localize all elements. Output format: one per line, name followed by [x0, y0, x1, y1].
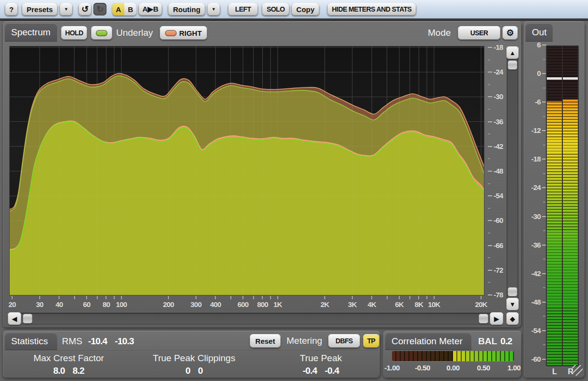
correlation-scale-label: 1.00 — [507, 364, 520, 372]
chevron-down-icon: ▼ — [64, 7, 68, 12]
reset-statistics-button[interactable]: Reset — [250, 334, 281, 348]
tab-out[interactable]: Out — [526, 23, 553, 42]
correlation-scale-label: -1.00 — [384, 364, 400, 372]
db-tick-minor — [488, 133, 490, 134]
freq-tick — [481, 296, 482, 299]
hold-button[interactable]: HOLD — [61, 26, 87, 40]
vertical-scrollbar-track[interactable] — [507, 46, 518, 310]
freq-tick-label: 4K — [367, 300, 376, 308]
horizontal-zoom-handle-left[interactable] — [23, 314, 32, 323]
right-underlay-button[interactable]: RIGHT — [160, 26, 207, 40]
db-tick-label: -36 — [494, 117, 503, 125]
redo-icon: ↻ — [96, 5, 104, 14]
db-tick — [488, 146, 492, 147]
ab-b-button[interactable]: B — [124, 3, 136, 15]
freq-tick-label: 30 — [36, 300, 43, 308]
rms-label: RMS — [62, 334, 82, 349]
mode-settings-button[interactable]: ⚙ — [502, 26, 518, 40]
metering-dbfs-button[interactable]: DBFS — [328, 334, 360, 348]
scroll-left-button[interactable]: ◀ — [8, 312, 21, 325]
tab-spectrum[interactable]: Spectrum — [5, 23, 57, 42]
copy-button[interactable]: Copy — [291, 3, 319, 15]
correlation-meter-panel: Correlation Meter BAL 0.2 -1.00-0.500.00… — [383, 331, 522, 378]
horizontal-scrollbar-track[interactable] — [8, 313, 503, 324]
a-to-b-copy-button[interactable]: A▶B — [138, 3, 162, 15]
vertical-zoom-handle-top[interactable] — [508, 60, 517, 70]
out-tick-minor — [543, 259, 545, 260]
freq-tick — [352, 296, 353, 299]
db-tick-label: -54 — [494, 191, 503, 200]
ab-a-button[interactable]: A — [112, 3, 124, 15]
freq-tick-label: 80 — [103, 300, 110, 308]
freq-tick — [324, 296, 325, 299]
scroll-up-button[interactable]: ▲ — [506, 46, 519, 59]
scroll-down-button[interactable]: ▼ — [506, 298, 519, 310]
db-tick-label: -18 — [494, 43, 503, 51]
mode-select-button[interactable]: USER — [458, 26, 500, 40]
freq-tick — [418, 296, 419, 299]
meter-segments-overlay — [563, 46, 578, 365]
redo-button[interactable]: ↻ — [93, 3, 106, 15]
freq-tick — [253, 296, 254, 299]
out-tick-minor — [543, 202, 545, 203]
correlation-scale: -1.00-0.500.000.501.00 — [392, 364, 514, 373]
db-tick-minor — [488, 282, 490, 283]
scroll-right-button[interactable]: ▶ — [490, 312, 503, 325]
db-tick-label: -30 — [494, 92, 503, 101]
freq-tick — [242, 296, 243, 299]
out-tick — [542, 44, 546, 45]
out-tick-label: -54 — [531, 326, 541, 335]
vertical-zoom-handle-bottom[interactable] — [508, 287, 517, 296]
horizontal-zoom-handle-right[interactable] — [479, 314, 488, 323]
out-tick-label: -42 — [531, 269, 541, 277]
down-arrow-icon: ▼ — [510, 301, 516, 308]
freq-tick — [12, 296, 13, 299]
freq-tick-label: 600 — [238, 300, 249, 308]
bal-label: BAL — [478, 335, 497, 348]
out-tick-label: -48 — [531, 297, 541, 306]
spectrum-panel: Spectrum HOLD Underlay RIGHT Mode USER ⚙… — [3, 21, 522, 328]
meter-column-right — [563, 46, 578, 365]
resize-grip[interactable] — [572, 365, 583, 376]
out-meter-scale: 60-6-12-18-24-30-36-42-48-54-60 — [526, 44, 547, 370]
right-channel-swatch-icon — [165, 30, 177, 36]
zoom-reset-button[interactable]: ◆ — [506, 312, 519, 325]
true-peak-stat: True Peak -0.4-0.4 — [300, 353, 342, 376]
out-tick-label: -12 — [531, 126, 541, 134]
out-level-meter[interactable] — [546, 45, 579, 366]
db-tick-label: -66 — [494, 241, 503, 249]
freq-tick — [121, 296, 122, 299]
metering-tp-button[interactable]: TP — [363, 334, 379, 348]
tab-correlation-meter[interactable]: Correlation Meter — [385, 333, 471, 350]
freq-tick — [168, 296, 169, 299]
rt-spectrum-left-fill — [10, 122, 484, 295]
freq-tick — [371, 296, 372, 299]
db-tick-label: -72 — [494, 265, 503, 274]
freq-tick-label: 60 — [83, 300, 90, 308]
db-tick — [488, 245, 492, 246]
underlay-left-color-button[interactable] — [91, 26, 112, 40]
freq-tick-label: 400 — [210, 300, 221, 308]
help-button[interactable]: ? — [5, 3, 18, 15]
routing-dropdown-button[interactable]: ▼ — [207, 3, 220, 15]
left-channel-button[interactable]: LEFT — [228, 3, 258, 15]
routing-button[interactable]: Routing — [168, 3, 205, 15]
output-meter-panel: Out 60-6-12-18-24-30-36-42-48-54-60 L R — [524, 21, 585, 378]
presets-button[interactable]: Presets — [22, 3, 58, 15]
vertical-zoom-scrollbar: ▲ ▼ — [506, 46, 519, 313]
freq-tick-label: 1K — [273, 300, 282, 308]
hide-meters-and-stats-button[interactable]: HIDE METERS AND STATS — [327, 3, 416, 15]
freq-tick — [277, 296, 278, 299]
right-underlay-label: RIGHT — [179, 29, 202, 37]
out-tick-minor — [543, 344, 545, 345]
spectrum-display[interactable] — [10, 46, 484, 295]
freq-tick — [74, 296, 75, 299]
db-tick-minor — [488, 257, 490, 258]
undo-button[interactable]: ↺ — [78, 3, 91, 15]
tab-statistics[interactable]: Statistics — [5, 333, 57, 350]
solo-button[interactable]: SOLO — [262, 3, 289, 15]
correlation-segments-overlay — [392, 351, 514, 361]
correlation-scale-label: -0.50 — [415, 364, 430, 372]
freq-tick — [262, 296, 263, 299]
presets-dropdown-button[interactable]: ▼ — [60, 3, 73, 15]
